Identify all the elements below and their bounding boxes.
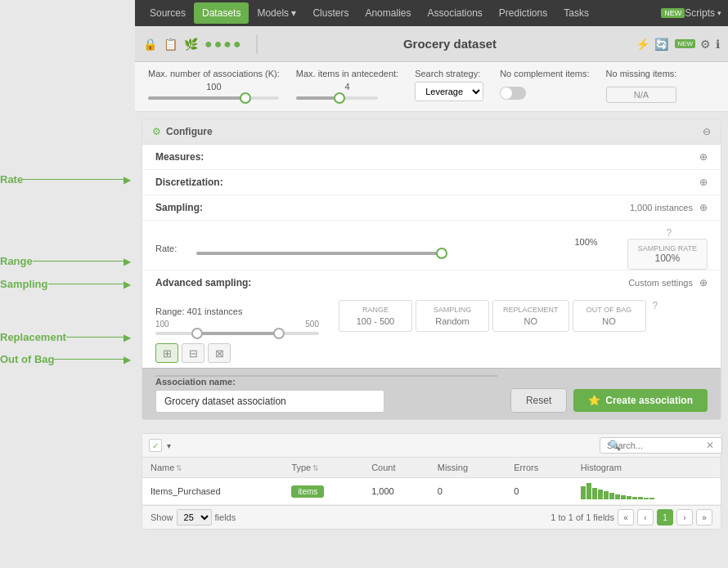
bar-9 xyxy=(632,497,637,499)
measures-row[interactable]: Measures: ⊕ xyxy=(142,145,721,170)
out-of-bag-annotation: Out of Bag ▶ xyxy=(0,353,131,365)
max-antecedent-slider[interactable] xyxy=(296,96,378,100)
no-complement-group: No complement items: xyxy=(500,69,589,100)
sampling-icons-row: ⊞ ⊟ ⊠ xyxy=(142,338,721,368)
range-max: 500 xyxy=(305,320,319,329)
range-arrow: ▶ xyxy=(124,256,131,267)
discretization-label: Discretization: xyxy=(155,177,699,188)
association-name-input[interactable] xyxy=(155,390,384,413)
edit-icon[interactable]: 📋 xyxy=(164,38,178,51)
max-associations-value: 100 xyxy=(148,82,280,92)
nav-clusters[interactable]: Clusters xyxy=(304,2,357,24)
sampling-row[interactable]: Sampling: 1,000 instances ⊕ xyxy=(142,195,721,221)
sampling-rate-help-icon[interactable]: ? xyxy=(666,227,672,239)
histogram xyxy=(581,483,712,499)
configure-icon: ⚙ xyxy=(152,126,161,137)
sampling-info-label: SAMPLING xyxy=(426,306,479,314)
replacement-line xyxy=(66,337,124,338)
out-of-bag-info-value: NO xyxy=(583,316,636,326)
max-antecedent-thumb[interactable] xyxy=(334,92,345,104)
bottom-row: Association name: Reset ⭐ Create associa… xyxy=(142,368,721,419)
configure-collapse[interactable]: ⊖ xyxy=(703,126,711,137)
tree-icon[interactable]: 🌿 xyxy=(184,38,198,51)
bar-12 xyxy=(649,498,654,499)
no-complement-toggle[interactable] xyxy=(500,87,526,100)
next-page-btn[interactable]: › xyxy=(676,509,693,526)
discretization-row[interactable]: Discretization: ⊕ xyxy=(142,170,721,195)
advanced-label: Advanced sampling: xyxy=(155,277,251,288)
sampling-info-box: SAMPLING Random xyxy=(416,300,489,332)
max-antecedent-label: Max. items in antecedent: xyxy=(296,69,398,78)
icon-btn-3[interactable]: ⊠ xyxy=(208,343,231,363)
discretization-arrow: ⊕ xyxy=(699,177,708,188)
current-page-btn[interactable]: 1 xyxy=(657,509,673,526)
create-association-button[interactable]: ⭐ Create association xyxy=(573,389,708,412)
replacement-arrow: ▶ xyxy=(124,332,131,343)
rate-line xyxy=(23,179,124,180)
sampling-annotation: Sampling ▶ xyxy=(0,278,131,290)
settings-icon[interactable]: ⚙ xyxy=(700,38,711,51)
cell-errors: 0 xyxy=(506,478,573,505)
out-of-bag-info-label: OUT OF BAG xyxy=(583,306,636,314)
sampling-rate-box: SAMPLING RATE 100% xyxy=(627,239,708,270)
max-associations-thumb[interactable] xyxy=(240,92,251,104)
max-associations-fill xyxy=(148,96,246,100)
scripts-label: Scripts xyxy=(685,7,715,19)
range-thumb-right[interactable] xyxy=(273,328,285,339)
icon-btn-1[interactable]: ⊞ xyxy=(155,343,178,363)
scripts-button[interactable]: Scripts ▾ xyxy=(685,7,721,19)
refresh-icon[interactable]: 🔄 xyxy=(654,38,668,51)
prev-page-btn[interactable]: ‹ xyxy=(637,509,654,526)
search-icon: 🔍 xyxy=(609,440,621,451)
range-info-label: RANGE xyxy=(349,306,402,314)
nav-models[interactable]: Models ▾ xyxy=(249,2,304,24)
no-missing-value: N/A xyxy=(606,87,677,103)
help-icon[interactable]: ℹ xyxy=(716,38,720,51)
no-complement-label: No complement items: xyxy=(500,69,589,78)
rate-label: Rate xyxy=(0,173,23,186)
dataset-title: Grocery dataset xyxy=(271,37,630,51)
share-icon[interactable]: ⚡ xyxy=(636,38,649,51)
show-select[interactable]: 25 xyxy=(177,509,212,526)
range-section: Range: 401 instances 100 500 xyxy=(155,306,319,338)
last-page-btn[interactable]: » xyxy=(696,509,712,526)
range-fill xyxy=(196,332,278,335)
search-strategy-select[interactable]: Leverage xyxy=(415,82,483,101)
table-row: Items_Purchased items 1,000 0 0 xyxy=(142,478,721,505)
bar-4 xyxy=(604,491,609,499)
icon-btn-2[interactable]: ⊟ xyxy=(182,343,204,363)
configure-header: ⚙ Configure ⊖ xyxy=(142,119,721,145)
info-boxes-help-icon[interactable]: ? xyxy=(653,300,658,332)
lock-icon[interactable]: 🔒 xyxy=(143,38,157,51)
rate-arrow: ▶ xyxy=(124,174,131,186)
new-badge: NEW xyxy=(661,8,685,18)
nav-predictions[interactable]: Predictions xyxy=(491,2,555,24)
table-header-row: Name⇅ Type⇅ Count Missing Errors Histogr… xyxy=(142,458,721,478)
sliders-row: Max. number of associations (K): 100 Max… xyxy=(135,62,728,112)
max-associations-slider[interactable] xyxy=(148,96,279,100)
rate-label: Rate: xyxy=(155,244,196,253)
nav-tasks[interactable]: Tasks xyxy=(555,2,597,24)
nav-anomalies[interactable]: Anomalies xyxy=(357,2,419,24)
rate-thumb[interactable] xyxy=(436,248,447,259)
pagination-info: 1 to 1 of 1 fields xyxy=(550,512,614,522)
search-clear-icon[interactable]: ✕ xyxy=(706,440,714,451)
col-type: Type⇅ xyxy=(283,458,363,478)
bar-5 xyxy=(609,493,614,499)
first-page-btn[interactable]: « xyxy=(618,509,634,526)
range-slider[interactable] xyxy=(155,332,319,335)
rate-slider[interactable] xyxy=(196,252,442,255)
select-all-checkbox[interactable]: ✓ xyxy=(149,439,162,452)
nav-sources[interactable]: Sources xyxy=(142,2,194,24)
advanced-sampling-header: Advanced sampling: Custom settings ⊕ xyxy=(142,270,721,295)
range-thumb-left[interactable] xyxy=(191,328,203,339)
data-table: Name⇅ Type⇅ Count Missing Errors Histogr… xyxy=(142,458,721,505)
nav-datasets[interactable]: Datasets xyxy=(194,2,249,24)
sampling-section-label: Sampling: xyxy=(155,202,630,213)
sampling-arrow: ⊕ xyxy=(699,202,708,213)
new-badge-2: NEW xyxy=(675,39,695,48)
replacement-info-value: NO xyxy=(503,316,559,326)
table-dropdown-arrow[interactable]: ▾ xyxy=(167,441,171,450)
nav-associations[interactable]: Associations xyxy=(419,2,490,24)
reset-button[interactable]: Reset xyxy=(510,388,567,413)
